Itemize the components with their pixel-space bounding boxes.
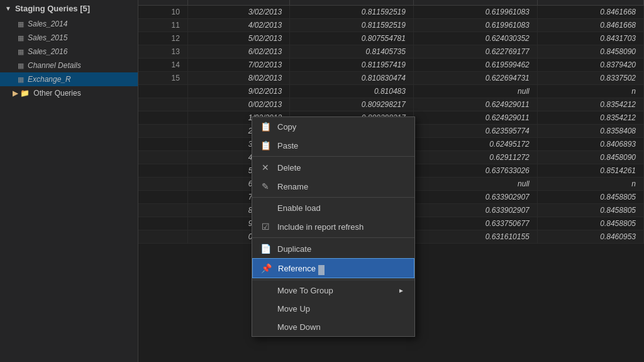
col-v1: [290, 0, 414, 6]
sidebar-item-sales2014[interactable]: ▦ Sales_2014: [0, 17, 138, 31]
cell-date: 0/02/2013: [187, 98, 289, 111]
rename-label: Rename: [277, 182, 308, 191]
cell-v2: 0.633750677: [413, 217, 537, 230]
sidebar-item-sales2016[interactable]: ▦ Sales_2016: [0, 45, 138, 59]
cell-date: 9/02/2013: [187, 85, 289, 98]
cell-v3: 0.8461668: [537, 19, 643, 32]
cell-rownum: [138, 85, 187, 98]
cell-v2: 0.623595774: [413, 125, 537, 138]
cell-v1: 0.811957419: [290, 59, 414, 72]
cell-v1: 0.809298217: [290, 98, 414, 111]
cell-v1: 0.811592519: [290, 19, 414, 32]
cell-rownum: 13: [138, 45, 187, 59]
cell-v3: n: [537, 178, 643, 191]
cell-v2: 0.633902907: [413, 204, 537, 217]
menu-item-duplicate[interactable]: 📄 Duplicate: [252, 239, 414, 258]
cell-v2: 0.637633026: [413, 164, 537, 178]
menu-item-reference[interactable]: 📌 Reference: [252, 258, 414, 278]
cell-v3: 0.8458090: [537, 151, 643, 164]
context-menu: 📋 Copy 📋 Paste ✕ Delete ✎ Rename Enable …: [252, 116, 415, 337]
copy-label: Copy: [277, 122, 296, 132]
cell-v2: 0.624929011: [413, 98, 537, 111]
sidebar-item-exchange-r[interactable]: ▦ Exchange_R: [0, 72, 138, 86]
menu-item-copy[interactable]: 📋 Copy: [252, 117, 414, 136]
cell-rownum: [138, 98, 187, 111]
cell-rownum: [138, 230, 187, 244]
cell-v3: 0.8461668: [537, 6, 643, 19]
cell-v2: 0.631610155: [413, 230, 537, 244]
cell-v3: 0.8337502: [537, 72, 643, 85]
table-row: 11 4/02/2013 0.811592519 0.619961083 0.8…: [138, 19, 644, 32]
delete-icon: ✕: [258, 162, 272, 173]
cell-rownum: [138, 178, 187, 191]
table-row: 10 3/02/2013 0.811592519 0.619961083 0.8…: [138, 6, 644, 19]
table-icon: ▦: [18, 76, 24, 84]
table-icon: ▦: [18, 62, 24, 70]
table-icon: ▦: [18, 20, 24, 28]
sidebar-item-label: Sales_2016: [28, 47, 67, 56]
other-queries-label: Other Queries: [33, 89, 80, 98]
delete-label: Delete: [277, 163, 301, 173]
cell-rownum: [138, 191, 187, 204]
cell-v3: 0.8379420: [537, 59, 643, 72]
rename-icon: ✎: [258, 181, 272, 191]
menu-item-move-up[interactable]: Move Up: [252, 300, 414, 318]
menu-item-move-to-group[interactable]: Move To Group ►: [252, 281, 414, 300]
cell-v3: 0.8460953: [537, 230, 643, 244]
cell-rownum: 10: [138, 6, 187, 19]
col-date: [187, 0, 289, 6]
cell-v3: 0.8431703: [537, 32, 643, 45]
cell-v2: 0.619961083: [413, 6, 537, 19]
cell-v3: 0.8354212: [537, 98, 643, 111]
cell-rownum: 12: [138, 32, 187, 45]
menu-separator-1: [252, 156, 414, 157]
collapse-arrow-icon: ▼: [5, 5, 11, 12]
context-menu-overlay: 📋 Copy 📋 Paste ✕ Delete ✎ Rename Enable …: [252, 116, 415, 337]
cell-v2: 0.622769177: [413, 45, 537, 59]
staging-queries-header[interactable]: ▼ Staging Queries [5]: [0, 0, 138, 17]
cell-date: 4/02/2013: [187, 19, 289, 32]
cell-rownum: [138, 111, 187, 125]
cell-date: 7/02/2013: [187, 59, 289, 72]
cell-v3: 0.8458805: [537, 204, 643, 217]
menu-item-include-refresh[interactable]: ☑ Include in report refresh: [252, 217, 414, 236]
paste-label: Paste: [277, 141, 298, 150]
sidebar-item-channel-details[interactable]: ▦ Channel Details: [0, 59, 138, 72]
sidebar-item-sales2015[interactable]: ▦ Sales_2015: [0, 31, 138, 45]
cell-v3: 0.8406893: [537, 138, 643, 151]
sidebar: ▼ Staging Queries [5] ▦ Sales_2014 ▦ Sal…: [0, 0, 138, 362]
cell-v2: 0.62495172: [413, 138, 537, 151]
cell-v3: 0.8358408: [537, 125, 643, 138]
table-row: 15 8/02/2013 0.810830474 0.622694731 0.8…: [138, 72, 644, 85]
menu-item-paste[interactable]: 📋 Paste: [252, 136, 414, 155]
enable-load-label: Enable load: [277, 203, 321, 213]
move-up-label: Move Up: [277, 304, 310, 314]
cell-v1: 0.811592519: [290, 6, 414, 19]
menu-separator-3: [252, 237, 414, 238]
sidebar-item-label: Exchange_R: [28, 75, 71, 84]
cell-rownum: [138, 217, 187, 230]
menu-item-move-down[interactable]: Move Down: [252, 318, 414, 336]
cell-v1: 0.810483: [290, 85, 414, 98]
menu-item-delete[interactable]: ✕ Delete: [252, 158, 414, 177]
table-row: 14 7/02/2013 0.811957419 0.619599462 0.8…: [138, 59, 644, 72]
cell-v2: 0.622694731: [413, 72, 537, 85]
folder-icon: ▶ 📁: [13, 89, 30, 98]
cell-v2: null: [413, 178, 537, 191]
cell-v3: 0.8458805: [537, 217, 643, 230]
reference-label: Reference: [278, 264, 316, 273]
table-row: 12 5/02/2013 0.807554781 0.624030352 0.8…: [138, 32, 644, 45]
reference-icon: 📌: [259, 263, 273, 273]
menu-item-rename[interactable]: ✎ Rename: [252, 177, 414, 196]
cell-rownum: [138, 151, 187, 164]
sidebar-group-other-queries[interactable]: ▶ 📁 Other Queries: [0, 86, 138, 100]
cell-v1: 0.810830474: [290, 72, 414, 85]
cell-v3: 0.8458805: [537, 191, 643, 204]
menu-item-enable-load[interactable]: Enable load: [252, 199, 414, 217]
cell-v3: 0.8354212: [537, 111, 643, 125]
cell-v3: 0.8458090: [537, 45, 643, 59]
staging-queries-label: Staging Queries [5]: [15, 4, 90, 13]
submenu-arrow-icon: ►: [398, 287, 404, 294]
cell-rownum: 14: [138, 59, 187, 72]
cell-date: 5/02/2013: [187, 32, 289, 45]
